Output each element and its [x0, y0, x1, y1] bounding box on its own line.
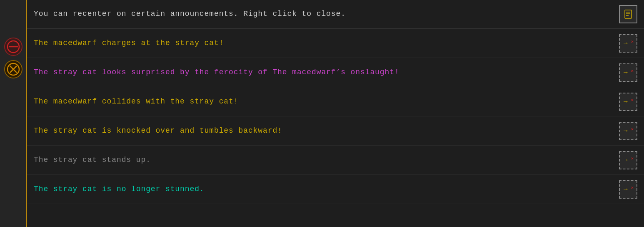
announcement-action-button-4[interactable]: → ✕ — [619, 122, 637, 140]
announcement-action-button-3[interactable]: → ✕ — [619, 93, 637, 111]
header-text: You can recenter on certain announcement… — [34, 9, 614, 19]
header-row: You can recenter on certain announcement… — [27, 0, 644, 29]
announcement-text-1: The macedwarf charges at the stray cat! — [34, 38, 614, 48]
announcement-row: The stray cat is no longer stunned. → ✕ — [27, 175, 644, 204]
announcements-container: The macedwarf charges at the stray cat! … — [27, 29, 644, 204]
announcement-row: The stray cat stands up. → ✕ — [27, 146, 644, 175]
svg-rect-5 — [625, 10, 632, 18]
announcement-text-4: The stray cat is knocked over and tumble… — [34, 126, 614, 136]
announcement-row: The macedwarf collides with the stray ca… — [27, 87, 644, 116]
main-container: You can recenter on certain announcement… — [0, 0, 644, 227]
announcement-action-button-6[interactable]: → ✕ — [619, 180, 637, 199]
announcement-text-6: The stray cat is no longer stunned. — [34, 184, 614, 194]
no-entry-icon[interactable] — [4, 38, 22, 56]
announcement-row: The macedwarf charges at the stray cat! … — [27, 29, 644, 58]
announcement-action-button-2[interactable]: → ✕ — [619, 63, 637, 82]
announcement-row: The stray cat looks surprised by the fer… — [27, 58, 644, 87]
announcement-text-2: The stray cat looks surprised by the fer… — [34, 67, 614, 78]
crossed-swords-icon[interactable] — [4, 60, 22, 78]
content-area: You can recenter on certain announcement… — [27, 0, 644, 227]
announcement-text-3: The macedwarf collides with the stray ca… — [34, 96, 614, 107]
header-action-button[interactable] — [619, 5, 637, 23]
announcement-row: The stray cat is knocked over and tumble… — [27, 116, 644, 146]
announcement-action-button-5[interactable]: → ✕ — [619, 151, 637, 169]
sidebar — [0, 0, 27, 227]
announcement-text-5: The stray cat stands up. — [34, 155, 614, 165]
announcement-action-button-1[interactable]: → ✕ — [619, 34, 637, 53]
